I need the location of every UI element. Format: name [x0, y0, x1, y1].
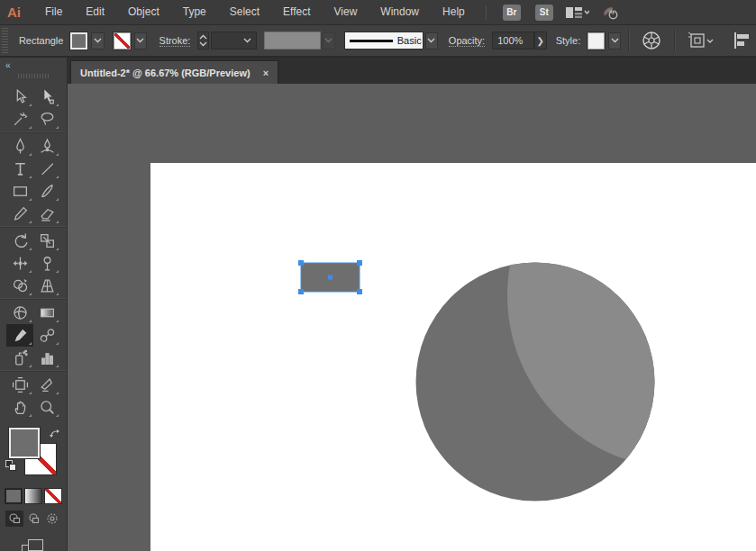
selection-handle[interactable] — [357, 289, 362, 294]
symbol-sprayer-tool[interactable] — [6, 347, 33, 369]
opacity-stepper-arrow[interactable]: ❯ — [534, 32, 547, 50]
gradient-tool[interactable] — [33, 302, 60, 324]
center-point-handle[interactable] — [328, 276, 332, 280]
scale-tool[interactable] — [33, 230, 60, 252]
fill-color-dropdown[interactable] — [91, 32, 104, 50]
slice-tool[interactable] — [33, 374, 60, 396]
swap-fill-stroke-icon[interactable] — [49, 428, 61, 444]
color-button[interactable] — [5, 489, 22, 503]
bridge-button[interactable]: Br — [503, 5, 521, 21]
draw-normal-button[interactable] — [5, 510, 23, 527]
selection-handle[interactable] — [357, 260, 362, 266]
stroke-weight-label[interactable]: Stroke: — [159, 35, 191, 47]
rectangle-tool[interactable] — [6, 180, 33, 203]
opacity-field[interactable]: 100% — [492, 32, 533, 50]
appearance-buttons — [0, 489, 67, 503]
control-bar-grip[interactable] — [2, 28, 8, 53]
menu-item-effect[interactable]: Effect — [271, 0, 322, 24]
fill-proxy-swatch[interactable] — [9, 428, 40, 458]
menu-item-type[interactable]: Type — [171, 0, 218, 24]
tool-groups — [0, 84, 67, 420]
graphic-style-swatch[interactable] — [587, 32, 605, 50]
canvas[interactable] — [68, 84, 756, 551]
gpu-performance-icon[interactable] — [600, 5, 620, 21]
curvature-tool[interactable] — [33, 135, 60, 158]
selection-handle[interactable] — [298, 289, 304, 294]
selected-rectangle[interactable] — [298, 260, 362, 294]
shaper-tool[interactable] — [6, 203, 33, 225]
fill-stroke-cluster — [5, 428, 61, 478]
artboard-tool-tool[interactable] — [6, 374, 33, 396]
fill-color-swatch[interactable] — [70, 32, 87, 50]
stroke-weight-stepper[interactable] — [197, 32, 208, 50]
selection-handle[interactable] — [298, 260, 304, 266]
type-tool[interactable] — [6, 158, 33, 180]
selection-tool[interactable] — [6, 86, 33, 108]
menu-item-window[interactable]: Window — [369, 0, 431, 24]
gradient-button[interactable] — [25, 489, 41, 503]
variable-width-profile-dropdown — [323, 32, 335, 50]
hand-tool[interactable] — [6, 396, 33, 419]
document-tab-bar: Untitled-2* @ 66.67% (RGB/Preview) × — [68, 58, 756, 84]
none-button[interactable] — [45, 489, 61, 503]
puppet-warp-tool[interactable] — [33, 252, 60, 275]
recolor-artwork-icon[interactable] — [642, 31, 661, 50]
app-logo: Ai — [7, 5, 21, 20]
blend-tool[interactable] — [33, 324, 60, 347]
brush-name: Basic — [397, 35, 422, 46]
workspace-switcher-icon[interactable] — [566, 6, 589, 19]
brush-definition-dropdown[interactable] — [425, 32, 438, 50]
pen-tool[interactable] — [6, 135, 33, 158]
default-fill-stroke-icon[interactable] — [5, 460, 16, 471]
draw-behind-button[interactable] — [24, 510, 42, 527]
magic-wand-tool[interactable] — [6, 108, 33, 131]
transform-flyout-icon[interactable] — [688, 32, 715, 50]
graphic-style-dropdown[interactable] — [608, 32, 621, 50]
opacity-value: 100% — [497, 35, 523, 46]
lasso-tool[interactable] — [33, 108, 60, 131]
opacity-label[interactable]: Opacity: — [449, 35, 485, 47]
width-tool-tool[interactable] — [6, 252, 33, 275]
rotate-tool[interactable] — [6, 230, 33, 252]
controlbar-separator — [674, 30, 675, 51]
variable-width-profile-field — [264, 32, 320, 50]
direct-selection-tool[interactable] — [33, 86, 60, 108]
line-segment-tool[interactable] — [33, 158, 60, 180]
menu-item-select[interactable]: Select — [218, 0, 271, 24]
stroke-color-swatch[interactable] — [114, 32, 131, 50]
menu-item-edit[interactable]: Edit — [74, 0, 116, 24]
eraser-tool[interactable] — [33, 203, 60, 225]
tools-panel-grip[interactable] — [18, 74, 49, 78]
control-bar: Rectangle Stroke: Basic Opacity: 100% — [0, 25, 756, 58]
menu-bar: Ai FileEditObjectTypeSelectEffectViewWin… — [0, 0, 756, 25]
column-graph-tool[interactable] — [33, 347, 60, 369]
draw-inside-button[interactable] — [43, 510, 61, 527]
change-screen-mode-icon[interactable] — [22, 539, 45, 551]
align-icon[interactable] — [733, 32, 751, 50]
mesh-tool[interactable] — [6, 302, 33, 324]
menu-item-file[interactable]: File — [33, 0, 74, 24]
stroke-color-dropdown[interactable] — [134, 32, 147, 50]
controlbar-separator — [628, 30, 629, 51]
brush-definition-field[interactable]: Basic — [344, 32, 424, 50]
tab-close-icon[interactable]: × — [263, 68, 269, 78]
eyedropper-tool[interactable] — [6, 324, 33, 347]
zoom-tool[interactable] — [33, 396, 60, 419]
menu-item-object[interactable]: Object — [116, 0, 171, 24]
illustrator-window: Ai FileEditObjectTypeSelectEffectViewWin… — [0, 0, 756, 551]
document-tab[interactable]: Untitled-2* @ 66.67% (RGB/Preview) × — [70, 60, 278, 84]
stock-button[interactable]: St — [535, 5, 553, 21]
tools-panel: « — [0, 58, 68, 551]
drawing-mode-buttons — [0, 510, 67, 527]
menubar-separator — [486, 5, 487, 20]
stroke-weight-field[interactable] — [211, 32, 258, 50]
document-tab-title: Untitled-2* @ 66.67% (RGB/Preview) — [80, 68, 250, 78]
perspective-grid-tool[interactable] — [33, 275, 60, 297]
shape-builder-tool[interactable] — [6, 275, 33, 297]
context-label: Rectangle — [19, 35, 64, 46]
style-label: Style: — [556, 35, 581, 46]
paintbrush-tool[interactable] — [33, 180, 60, 203]
menu-item-help[interactable]: Help — [431, 0, 477, 24]
collapse-panel-button[interactable]: « — [0, 58, 67, 70]
menu-item-view[interactable]: View — [323, 0, 369, 24]
